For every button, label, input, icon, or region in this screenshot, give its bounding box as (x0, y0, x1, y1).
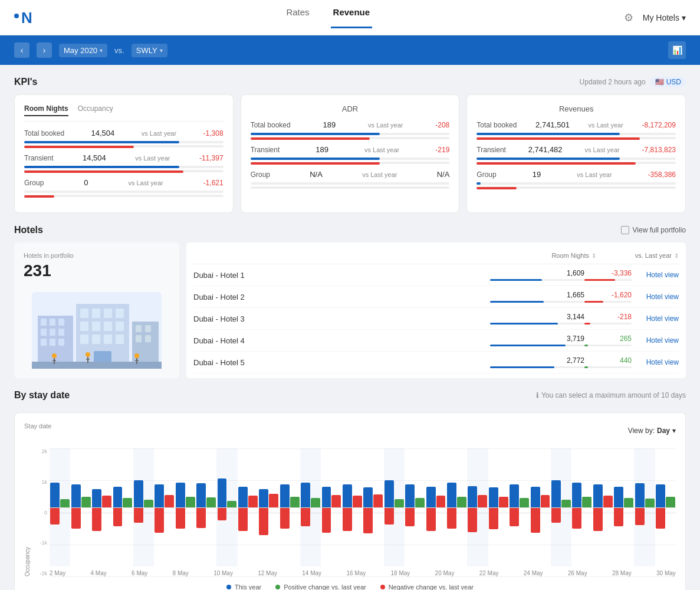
svg-rect-5 (41, 329, 47, 336)
bar-group[interactable] (133, 448, 154, 566)
hotel-illustration (24, 287, 170, 369)
bar-group[interactable] (300, 448, 321, 566)
stay-date-hint: ℹ You can select a maximum amount of 10 … (536, 391, 686, 399)
bar-group[interactable] (446, 448, 467, 566)
bar-group[interactable] (238, 448, 258, 566)
svg-rect-23 (116, 335, 124, 344)
hotels-rows: Dubai - Hotel 1 1,609 -3,336 Hotel view … (193, 264, 679, 373)
bar-group[interactable] (279, 448, 300, 566)
svg-rect-19 (116, 322, 124, 331)
my-hotels-dropdown[interactable]: My Hotels ▾ (643, 13, 686, 22)
bar-group[interactable] (112, 448, 133, 566)
vs-label: vs. (114, 46, 124, 55)
stay-date-header: By stay date ℹ You can select a maximum … (14, 390, 686, 401)
settings-icon[interactable]: ⚙ (624, 11, 633, 24)
bar-group[interactable] (571, 448, 592, 566)
tab-room-nights[interactable]: Room Nights (24, 104, 68, 116)
bar-group[interactable] (70, 448, 91, 566)
prev-period-button[interactable]: ‹ (14, 42, 29, 58)
bar-group[interactable] (509, 448, 530, 566)
svg-rect-24 (94, 351, 111, 363)
kpi-row: Total booked 2,741,501 vs Last year -8,1… (476, 120, 676, 139)
kpi-row: Group 19 vs Last year -358,386 (476, 170, 676, 189)
bar-group[interactable] (363, 448, 383, 566)
legend-item: This year (226, 584, 261, 590)
kpi-row: Transient 189 vs Last year -219 (251, 145, 450, 164)
bar-group[interactable] (530, 448, 550, 566)
view-portfolio-toggle[interactable]: View full portfolio (621, 226, 686, 234)
kpi-title: KPI's (14, 77, 37, 87)
svg-point-37 (134, 353, 139, 358)
hotels-table-header: Room Nights ⇕ vs. Last year ⇕ (193, 247, 679, 264)
nav-tab-rates[interactable]: Rates (284, 7, 311, 28)
svg-point-34 (86, 352, 90, 357)
period-chevron-icon: ▾ (100, 47, 103, 54)
sub-bar: ‹ › May 2020 ▾ vs. SWLY ▾ 📊 (0, 35, 700, 65)
nav-tab-revenue[interactable]: Revenue (331, 7, 373, 28)
stay-date-title: By stay date (14, 390, 70, 401)
bar-group[interactable] (551, 448, 571, 566)
building-svg (32, 292, 162, 369)
svg-rect-21 (92, 335, 100, 344)
kpi-card-room-nights: Room Nights Occupancy Total booked 14,50… (14, 94, 234, 213)
view-by-selector[interactable]: View by: Day ▾ (628, 427, 676, 435)
y-axis: 2k 1k 0 -1k -2k (33, 448, 50, 576)
legend-item: Positive change vs. last year (275, 584, 366, 590)
bar-group[interactable] (216, 448, 237, 566)
tab-occupancy[interactable]: Occupancy (78, 104, 113, 116)
svg-rect-17 (92, 322, 100, 331)
bar-group[interactable] (321, 448, 341, 566)
compare-selector[interactable]: SWLY ▾ (132, 44, 167, 57)
sort-icon-room-nights[interactable]: ⇕ (591, 253, 596, 259)
hotel-row: Dubai - Hotel 3 3,144 -218 Hotel view (193, 308, 679, 330)
portfolio-count: 231 (24, 261, 170, 280)
portfolio-label: Hotels in portfolio (24, 252, 170, 259)
bar-group[interactable] (467, 448, 488, 566)
hotels-grid: Hotels in portfolio 231 (14, 242, 686, 378)
export-excel-button[interactable]: 📊 (668, 41, 686, 59)
flag-icon: 🇺🇸 (655, 78, 664, 86)
chart-subtitle: Stay date (24, 422, 51, 430)
hotels-table: Room Nights ⇕ vs. Last year ⇕ Dubai - Ho… (186, 242, 686, 378)
bar-group[interactable] (613, 448, 634, 566)
svg-rect-6 (50, 329, 55, 336)
bar-group[interactable] (488, 448, 509, 566)
bar-group[interactable] (425, 448, 446, 566)
period-selector[interactable]: May 2020 ▾ (59, 44, 107, 57)
svg-rect-18 (104, 322, 112, 331)
svg-rect-2 (41, 319, 47, 326)
bar-group[interactable] (384, 448, 405, 566)
bar-group[interactable] (50, 448, 70, 566)
currency-badge[interactable]: 🇺🇸 USD (650, 77, 686, 87)
bar-group[interactable] (196, 448, 216, 566)
kpi-row: Transient 2,741,482 vs Last year -7,813,… (476, 145, 676, 164)
hotel-row: Dubai - Hotel 4 3,719 265 Hotel view (193, 330, 679, 352)
bar-group[interactable] (154, 448, 175, 566)
chart-container: Occupancy 2k 1k 0 -1k -2k (24, 448, 676, 576)
bar-group[interactable] (634, 448, 655, 566)
logo-dot (14, 14, 19, 18)
info-icon: ℹ (536, 391, 539, 399)
kpi-grid: Room Nights Occupancy Total booked 14,50… (14, 94, 686, 213)
next-period-button[interactable]: › (37, 42, 52, 58)
nav-right: ⚙ My Hotels ▾ (624, 11, 686, 24)
svg-rect-29 (145, 335, 151, 342)
kpi-row: Group N/A vs Last year N/A (251, 170, 450, 189)
hotels-section-wrapper: Hotels View full portfolio Hotels in por… (14, 225, 686, 378)
bar-group[interactable] (593, 448, 613, 566)
svg-rect-12 (80, 309, 88, 318)
svg-rect-13 (92, 309, 100, 318)
portfolio-checkbox[interactable] (621, 226, 629, 234)
kpi-card-adr: ADR Total booked 189 vs Last year -208 T… (241, 94, 460, 213)
bar-group[interactable] (342, 448, 363, 566)
bar-group[interactable] (175, 448, 195, 566)
bar-group[interactable] (91, 448, 112, 566)
bar-group[interactable] (405, 448, 425, 566)
logo-letter: N (21, 10, 32, 25)
adr-title: ADR (251, 104, 450, 113)
svg-rect-20 (80, 335, 88, 344)
sort-icon-vs-last-year[interactable]: ⇕ (674, 253, 679, 259)
svg-point-31 (52, 353, 57, 358)
bar-group[interactable] (655, 448, 676, 566)
bar-group[interactable] (258, 448, 279, 566)
